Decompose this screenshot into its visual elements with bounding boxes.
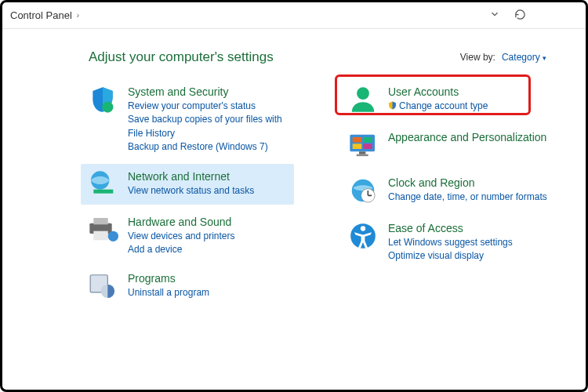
right-column: User Accounts Change account type Appear… (341, 79, 554, 311)
category-title[interactable]: Appearance and Personalization (388, 131, 546, 143)
programs-icon (87, 270, 118, 302)
category-title[interactable]: Hardware and Sound (128, 216, 235, 228)
view-by-label: View by: (460, 52, 495, 63)
category-hardware-sound[interactable]: Hardware and Sound View devices and prin… (81, 209, 294, 262)
globe-icon (87, 169, 118, 200)
page-title: Adjust your computer's settings (89, 49, 274, 65)
breadcrumb-root[interactable]: Control Panel (10, 9, 72, 21)
category-title[interactable]: Programs (128, 272, 209, 285)
svg-point-6 (108, 230, 118, 241)
category-link[interactable]: Change date, time, or number formats (388, 191, 547, 204)
view-by-dropdown[interactable]: Category ▾ (502, 52, 546, 63)
category-title[interactable]: System and Security (128, 85, 288, 98)
svg-rect-11 (353, 137, 362, 143)
category-user-accounts[interactable]: User Accounts Change account type (341, 79, 554, 120)
svg-rect-5 (93, 230, 107, 240)
shield-icon (87, 84, 118, 115)
category-network-internet[interactable]: Network and Internet View network status… (81, 164, 294, 205)
clock-globe-icon (347, 175, 379, 206)
category-title[interactable]: Ease of Access (388, 222, 513, 234)
svg-rect-2 (93, 189, 113, 193)
chevron-down-icon[interactable] (489, 9, 500, 22)
monitor-icon (347, 129, 379, 161)
svg-rect-10 (350, 135, 375, 152)
category-link[interactable]: Save backup copies of your files with Fi… (128, 113, 288, 140)
chevron-right-icon: › (77, 11, 79, 20)
category-clock-region[interactable]: Clock and Region Change date, time, or n… (341, 170, 554, 211)
address-bar: Control Panel › (2, 2, 586, 29)
category-programs[interactable]: Programs Uninstall a program (81, 266, 294, 307)
svg-point-0 (102, 101, 113, 112)
category-appearance-personalization[interactable]: Appearance and Personalization (341, 125, 554, 165)
svg-rect-15 (359, 151, 365, 154)
svg-rect-13 (353, 143, 362, 149)
svg-rect-16 (357, 154, 368, 157)
category-title[interactable]: User Accounts (388, 85, 488, 98)
category-link[interactable]: View network status and tasks (128, 184, 254, 198)
category-link[interactable]: Optimize visual display (388, 249, 513, 263)
category-link[interactable]: Add a device (128, 243, 235, 256)
view-by-control: View by: Category ▾ (460, 52, 546, 63)
uac-shield-icon (388, 100, 397, 109)
caret-down-icon: ▾ (543, 54, 546, 62)
category-title[interactable]: Network and Internet (128, 170, 254, 183)
svg-rect-14 (363, 143, 372, 149)
svg-point-22 (361, 226, 365, 230)
printer-icon (87, 214, 118, 245)
category-link[interactable]: Uninstall a program (128, 286, 209, 299)
category-link[interactable]: Change account type (388, 100, 488, 113)
breadcrumb[interactable]: Control Panel › (10, 9, 79, 21)
svg-rect-4 (93, 218, 107, 224)
svg-point-9 (357, 87, 369, 100)
left-column: System and Security Review your computer… (81, 79, 294, 311)
category-link[interactable]: View devices and printers (128, 230, 235, 243)
category-ease-of-access[interactable]: Ease of Access Let Windows suggest setti… (341, 216, 554, 268)
category-title[interactable]: Clock and Region (388, 176, 547, 189)
refresh-icon[interactable] (514, 9, 526, 23)
category-link[interactable]: Backup and Restore (Windows 7) (128, 140, 288, 154)
svg-rect-12 (363, 137, 372, 143)
category-link[interactable]: Let Windows suggest settings (388, 236, 513, 249)
accessibility-icon (347, 220, 379, 252)
category-link[interactable]: Review your computer's status (128, 100, 288, 113)
user-icon (347, 84, 379, 115)
bottom-fade (5, 325, 583, 387)
category-system-security[interactable]: System and Security Review your computer… (81, 79, 294, 159)
